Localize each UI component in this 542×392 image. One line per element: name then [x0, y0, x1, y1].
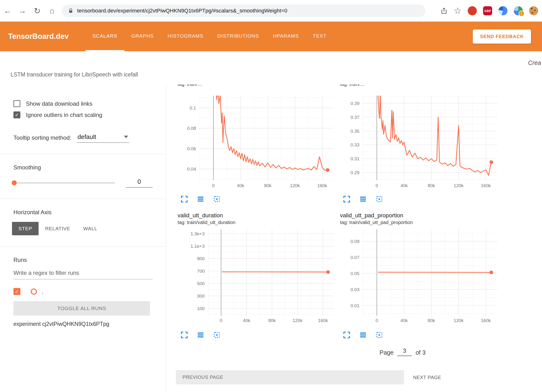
abp-extension-icon[interactable]: ABP	[483, 6, 492, 15]
bookmark-star-icon[interactable]: ☆	[454, 6, 461, 16]
svg-text:0: 0	[375, 318, 378, 323]
svg-text:0.01: 0.01	[351, 303, 359, 308]
scalar-chart[interactable]: 0.10.080.060.04040k80k120k160k	[178, 88, 336, 191]
svg-text:0: 0	[375, 183, 378, 188]
scalar-chart[interactable]: 0.090.070.050.030.01040k80k120k160k	[340, 227, 498, 327]
slider-thumb[interactable]	[12, 180, 17, 185]
page: ← → ↻ ⌂ tensorboard.dev/experiment/cj2vt…	[0, 0, 542, 392]
svg-text:0: 0	[220, 318, 222, 323]
lines-icon[interactable]	[359, 194, 367, 202]
settings-sidebar: ✓ Show data download links ✓ Ignore outl…	[0, 84, 166, 392]
tensorboard-logo: TensorBoard.dev	[8, 32, 69, 41]
chart-tag: tag: train/valid_utt_pad_proportion	[340, 219, 498, 225]
scalar-chart[interactable]: 0.390.370.350.330.310.29040k80k120k160k	[340, 88, 498, 191]
experiment-title: LSTM transducer training for LibriSpeech…	[11, 71, 138, 78]
chart-actions	[343, 194, 498, 202]
svg-text:160k: 160k	[318, 318, 328, 323]
expand-icon[interactable]	[180, 194, 188, 202]
svg-text:0.09: 0.09	[351, 239, 359, 244]
toolbar-right-icons: ☆ ABP 1	[440, 6, 538, 16]
show-download-links-label: Show data download links	[26, 100, 92, 107]
expand-icon[interactable]	[180, 330, 188, 337]
back-icon[interactable]: ←	[0, 6, 15, 15]
cookie-icon[interactable]	[529, 6, 538, 15]
avatar-badge: 1	[519, 11, 525, 17]
smoothing-slider-row	[13, 178, 153, 188]
svg-text:80k: 80k	[428, 318, 435, 323]
svg-text:0.31: 0.31	[351, 156, 359, 161]
tooltip-sorting-value: default	[77, 133, 96, 141]
blue-extension-icon[interactable]	[498, 6, 507, 15]
fit-domain-icon[interactable]	[213, 194, 221, 202]
svg-text:120k: 120k	[454, 318, 464, 323]
tab-graphs[interactable]: GRAPHS	[124, 22, 161, 51]
tab-hparams[interactable]: HPARAMS	[266, 22, 306, 51]
scalar-chart[interactable]: 1.3e+31.1e+3900700500300100040k80k120k16…	[178, 227, 336, 327]
smoothing-value-input[interactable]	[126, 178, 153, 188]
send-feedback-button[interactable]: SEND FEEDBACK	[473, 29, 531, 44]
chart-title: valid_utt_pad_proportion	[340, 212, 498, 219]
profile-avatar[interactable]: 1	[514, 6, 523, 15]
smoothing-slider[interactable]	[13, 183, 115, 183]
chevron-down-icon	[124, 136, 128, 138]
svg-text:0.08: 0.08	[187, 126, 196, 131]
run-name: .	[42, 288, 43, 295]
svg-text:160k: 160k	[481, 318, 491, 323]
fit-domain-icon[interactable]	[213, 330, 221, 337]
subheader: Crea LSTM transducer training for LibriS…	[0, 51, 542, 84]
forward-icon[interactable]: →	[15, 6, 30, 15]
divider	[0, 246, 166, 247]
adblock-extension-icon[interactable]	[468, 6, 477, 15]
lines-icon[interactable]	[197, 194, 204, 202]
svg-text:120k: 120k	[454, 183, 464, 188]
ignore-outliers-checkbox-row[interactable]: ✓ Ignore outliers in chart scaling	[13, 111, 166, 118]
page-of-label: of 3	[415, 349, 426, 356]
chart-actions	[180, 194, 336, 202]
lines-icon[interactable]	[197, 330, 204, 337]
next-page-button[interactable]: NEXT PAGE	[412, 370, 443, 384]
share-icon[interactable]	[440, 7, 448, 14]
lines-icon[interactable]	[359, 330, 367, 337]
checkbox-checked-icon[interactable]: ✓	[13, 111, 20, 118]
svg-text:0: 0	[212, 183, 215, 188]
toggle-all-runs-button[interactable]: TOGGLE ALL RUNS	[13, 301, 150, 316]
expand-icon[interactable]	[343, 330, 351, 337]
run-checkbox-icon[interactable]: ✓	[13, 288, 20, 295]
tab-scalars[interactable]: SCALARS	[86, 22, 124, 51]
axis-wall-button[interactable]: WALL	[77, 222, 104, 235]
smoothing-label: Smoothing	[13, 164, 166, 171]
svg-text:120k: 120k	[293, 318, 303, 323]
svg-text:0.06: 0.06	[187, 146, 196, 151]
svg-text:1.1e+3: 1.1e+3	[190, 244, 205, 249]
axis-step-button[interactable]: STEP	[12, 222, 39, 235]
svg-text:300: 300	[197, 294, 205, 299]
svg-text:0.39: 0.39	[351, 101, 359, 106]
run-row[interactable]: ✓ .	[13, 288, 166, 295]
home-icon[interactable]: ⌂	[45, 6, 59, 15]
checkbox-unchecked-icon[interactable]: ✓	[13, 100, 20, 107]
ignore-outliers-label: Ignore outliers in chart scaling	[26, 112, 102, 118]
experiment-caption: experiment cj2vtPiwQHKN9Q1tx6PTpg	[13, 321, 166, 327]
page-number-input[interactable]	[397, 347, 412, 356]
axis-relative-button[interactable]: RELATIVE	[39, 222, 77, 235]
address-bar[interactable]: tensorboard.dev/experiment/cj2vtPiwQHKN9…	[62, 5, 425, 17]
reload-icon[interactable]: ↻	[30, 6, 45, 16]
tooltip-sorting-select[interactable]: default	[77, 133, 129, 143]
page-label: Page	[380, 349, 393, 356]
svg-text:900: 900	[197, 256, 205, 261]
svg-text:100: 100	[197, 306, 205, 311]
previous-page-button[interactable]: PREVIOUS PAGE	[176, 370, 404, 384]
fit-domain-icon[interactable]	[375, 194, 383, 202]
chart-tag: tag: train/…	[178, 84, 336, 87]
runs-filter-input[interactable]	[13, 268, 153, 279]
tooltip-sorting-label: Tooltip sorting method:	[13, 134, 71, 143]
tab-histograms[interactable]: HISTOGRAMS	[161, 22, 210, 51]
show-download-links-checkbox-row[interactable]: ✓ Show data download links	[13, 100, 166, 107]
expand-icon[interactable]	[343, 194, 351, 202]
tab-text[interactable]: TEXT	[306, 22, 333, 51]
tab-distributions[interactable]: DISTRIBUTIONS	[210, 22, 266, 51]
svg-text:40k: 40k	[243, 318, 250, 323]
svg-text:0.05: 0.05	[351, 271, 359, 276]
fit-domain-icon[interactable]	[375, 330, 383, 337]
svg-text:0.29: 0.29	[351, 170, 359, 175]
